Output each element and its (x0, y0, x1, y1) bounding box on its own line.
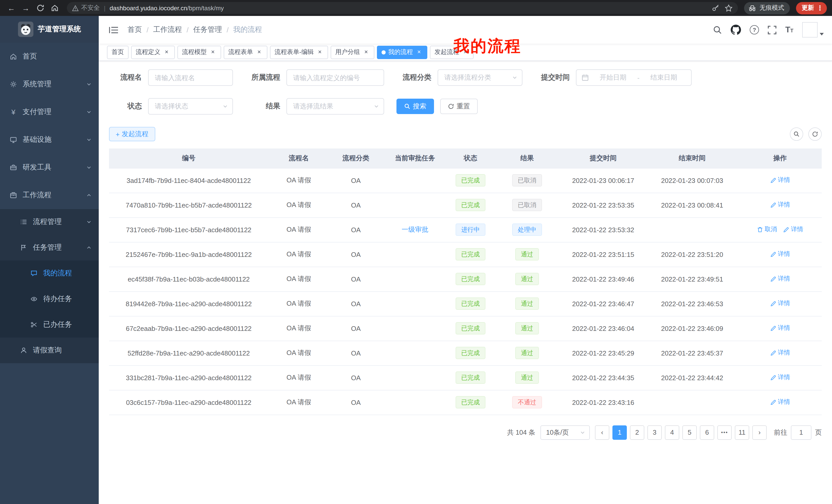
reset-button[interactable]: 重置 (440, 99, 478, 114)
pagination-total: 共 104 条 (507, 428, 535, 437)
sidebar-item-task-management[interactable]: 任务管理 (0, 235, 99, 260)
cancel-link[interactable]: 取消 (757, 225, 777, 234)
browser-back-button[interactable]: ← (5, 2, 18, 14)
close-icon[interactable]: × (415, 49, 423, 56)
tab-my-process[interactable]: 我的流程× (377, 46, 427, 59)
tab-process-form[interactable]: 流程表单× (224, 46, 267, 59)
page-button-4[interactable]: 4 (665, 425, 679, 440)
chevron-down-icon (223, 104, 228, 109)
more-pages-button[interactable]: ••• (717, 425, 732, 440)
category-select[interactable]: 请选择流程分类 (438, 69, 522, 86)
status-select[interactable]: 请选择状态 (148, 98, 233, 115)
chevron-down-icon (86, 82, 92, 87)
refresh-button[interactable] (808, 128, 822, 141)
close-icon[interactable]: × (363, 49, 370, 56)
tab-process-definition[interactable]: 流程定义× (131, 46, 175, 59)
detail-link[interactable]: 详情 (770, 275, 790, 283)
bookmark-star-icon[interactable] (725, 4, 733, 12)
tab-home[interactable]: 首页 (107, 46, 129, 59)
tab-process-model[interactable]: 流程模型× (177, 46, 221, 59)
sidebar-item-dev-tools[interactable]: 研发工具 (0, 153, 99, 181)
page-button-5[interactable]: 5 (682, 425, 697, 440)
page-button-3[interactable]: 3 (647, 425, 662, 440)
security-chip[interactable]: 不安全 (72, 4, 100, 12)
user-avatar[interactable] (802, 22, 824, 37)
search-icon[interactable] (713, 25, 722, 34)
browser-reload-button[interactable] (34, 2, 46, 14)
cell-submit-time: 2022-01-22 23:53:32 (561, 217, 646, 242)
close-icon[interactable]: × (256, 49, 263, 56)
breadcrumb-home[interactable]: 首页 (128, 25, 142, 34)
detail-link[interactable]: 详情 (770, 348, 790, 357)
page-size-select[interactable]: 10条/页 (541, 425, 590, 440)
prev-page-button[interactable]: ‹ (595, 425, 609, 440)
sidebar-item-done-tasks[interactable]: 已办任务 (0, 312, 99, 338)
chevron-down-icon (86, 109, 92, 115)
kebab-menu-icon[interactable]: ⋮ (816, 4, 823, 12)
sidebar-item-todo-tasks[interactable]: 待办任务 (0, 286, 99, 312)
show-search-button[interactable] (790, 128, 803, 141)
close-icon[interactable]: × (209, 49, 216, 56)
sidebar-item-payment[interactable]: ¥ 支付管理 (0, 98, 99, 126)
hamburger-icon[interactable] (107, 24, 120, 36)
breadcrumb-workflow[interactable]: 工作流程 (153, 25, 182, 34)
font-size-icon[interactable]: TT (785, 26, 794, 34)
detail-link[interactable]: 详情 (770, 299, 790, 308)
breadcrumb-task-management[interactable]: 任务管理 (193, 25, 222, 34)
edit-icon (770, 301, 776, 307)
browser-home-button[interactable] (48, 2, 61, 14)
cell-process-name: OA 请假 (268, 316, 329, 341)
parent-process-input[interactable] (286, 69, 384, 86)
status-tag: 已完成 (456, 273, 486, 285)
detail-link[interactable]: 详情 (770, 176, 790, 185)
status-tag: 已完成 (456, 371, 486, 384)
sidebar-item-system[interactable]: 系统管理 (0, 71, 99, 98)
edit-icon (770, 202, 776, 208)
col-submit-time: 提交时间 (561, 148, 646, 168)
close-icon[interactable]: × (316, 49, 323, 56)
current-task-link[interactable]: 一级审批 (401, 226, 428, 233)
sidebar-item-infrastructure[interactable]: 基础设施 (0, 126, 99, 153)
cell-end-time: 2022-01-22 23:49:51 (646, 267, 738, 291)
close-icon[interactable]: × (163, 49, 170, 56)
table-row: 3ad174fb-7b9d-11ec-8404-acde48001122 OA … (109, 168, 822, 193)
page-button-11[interactable]: 11 (735, 425, 749, 440)
detail-link[interactable]: 详情 (770, 201, 790, 209)
submit-time-range-picker[interactable]: 开始日期 - 结束日期 (576, 69, 692, 86)
pagination: 共 104 条 10条/页 ‹ 1 2 3 4 5 6 ••• 11 › (109, 425, 822, 440)
key-icon[interactable] (712, 4, 719, 12)
page-button-2[interactable]: 2 (630, 425, 644, 440)
scissors-icon (30, 321, 38, 328)
detail-link[interactable]: 详情 (783, 225, 803, 234)
browser-update-button[interactable]: 更新 ⋮ (796, 2, 827, 14)
sidebar-item-leave-query[interactable]: 请假查询 (0, 338, 99, 363)
search-button[interactable]: 搜索 (396, 99, 434, 114)
github-icon[interactable] (731, 25, 741, 35)
sidebar-item-my-process[interactable]: 我的流程 (0, 260, 99, 286)
breadcrumb-current: 我的流程 (233, 25, 262, 34)
process-name-input[interactable] (148, 69, 233, 86)
sidebar-item-home[interactable]: 首页 (0, 43, 99, 71)
address-bar[interactable]: 不安全 | dashboard.yudao.iocoder.cn/bpm/tas… (67, 2, 738, 14)
detail-link[interactable]: 详情 (770, 373, 790, 382)
tab-user-group[interactable]: 用户分组× (331, 46, 374, 59)
cell-process-id: 3ad174fb-7b9d-11ec-8404-acde48001122 (109, 168, 268, 193)
result-select[interactable]: 请选择流结果 (286, 98, 384, 115)
page-button-6[interactable]: 6 (700, 425, 714, 440)
help-icon[interactable]: ? (750, 25, 759, 34)
cell-process-id: 7317cec6-7b9b-11ec-b5b7-acde48001122 (109, 217, 268, 242)
fullscreen-icon[interactable] (768, 25, 777, 34)
cell-status: 已完成 (447, 390, 494, 415)
start-process-button[interactable]: +发起流程 (109, 127, 155, 141)
sidebar-item-process-management[interactable]: 流程管理 (0, 209, 99, 235)
page-button-1[interactable]: 1 (613, 425, 627, 440)
col-category: 流程分类 (329, 148, 383, 168)
detail-link[interactable]: 详情 (770, 250, 790, 259)
sidebar-item-workflow[interactable]: 工作流程 (0, 181, 99, 209)
tab-process-form-edit[interactable]: 流程表单-编辑× (270, 46, 328, 59)
jump-page-input[interactable] (791, 425, 811, 440)
next-page-button[interactable]: › (752, 425, 767, 440)
detail-link[interactable]: 详情 (770, 324, 790, 333)
browser-forward-button[interactable]: → (20, 2, 32, 14)
detail-link[interactable]: 详情 (770, 398, 790, 407)
